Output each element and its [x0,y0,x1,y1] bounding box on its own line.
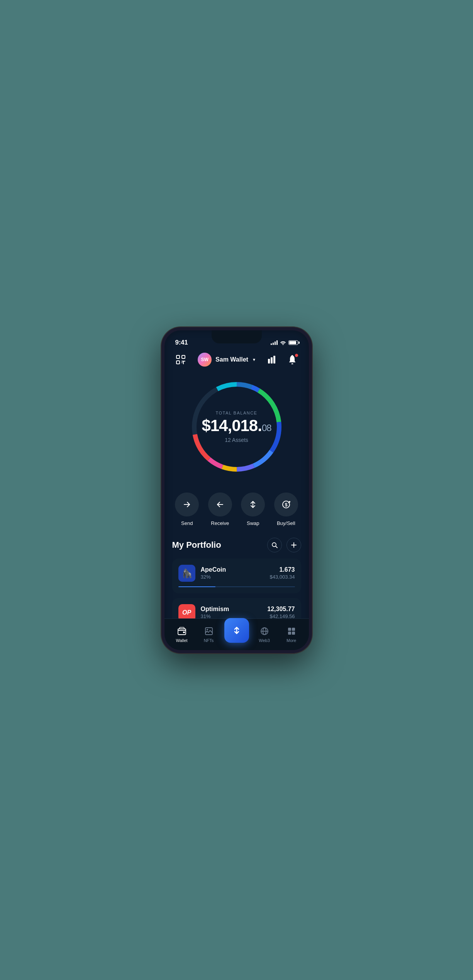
status-icons [271,340,298,345]
svg-line-28 [276,546,277,548]
optimism-amount: 12,305.77 [267,606,295,613]
optimism-icon: OP [178,604,195,618]
receive-button[interactable]: Receive [208,493,232,526]
nav-wallet-label: Wallet [176,638,187,643]
svg-point-36 [207,629,208,630]
apecoin-percent: 32% [201,574,264,580]
balance-section: TOTAL BALANCE $14,018.08 12 Assets [164,373,309,485]
chevron-down-icon: ▾ [253,357,255,362]
donut-chart: TOTAL BALANCE $14,018.08 12 Assets [186,377,287,477]
svg-rect-0 [176,355,180,358]
avatar: SW [198,353,212,367]
app-header: SW Sam Wallet ▾ [164,350,309,373]
svg-rect-42 [292,628,295,631]
swap-label: Swap [247,520,259,526]
svg-rect-6 [268,359,270,363]
user-name: Sam Wallet [215,356,248,363]
portfolio-title: My Portfolio [172,540,221,550]
balance-assets: 12 Assets [202,437,271,443]
asset-row: 🦍 ApeCoin 32% 1.673 $43,003.34 [178,565,295,582]
apecoin-progress-bar [178,586,295,587]
optimism-percent: 31% [201,613,262,618]
nav-nfts[interactable]: NFTs [197,626,220,643]
svg-rect-35 [205,628,212,635]
svg-rect-2 [176,361,180,364]
chart-button[interactable] [265,353,279,367]
balance-label: TOTAL BALANCE [202,411,271,415]
nav-more[interactable]: More [280,626,303,643]
optimism-usd: $42,149.56 [267,613,295,618]
wifi-icon [280,340,286,345]
svg-rect-7 [271,357,273,363]
optimism-values: 12,305.77 $42,149.56 [267,606,295,618]
send-button[interactable]: Send [175,493,199,526]
buysell-label: Buy/Sell [277,520,295,526]
buysell-button[interactable]: $ Buy/Sell [274,493,298,526]
nfts-icon [203,626,214,637]
apecoin-amount: 1.673 [270,566,295,573]
optimism-details: Optimism 31% [201,606,262,618]
nav-center-button[interactable] [224,618,249,643]
battery-icon [288,340,298,345]
portfolio-section: My Portfolio [164,530,309,618]
apecoin-progress-fill [178,586,216,587]
balance-amount: $14,018.08 [202,418,271,434]
scan-button[interactable] [174,353,188,367]
apecoin-usd: $43,003.34 [270,574,295,580]
asset-card-optimism[interactable]: OP Optimism 31% 12,305.77 $42,149.56 [172,598,301,618]
nav-nfts-label: NFTs [204,638,214,643]
asset-row: OP Optimism 31% 12,305.77 $42,149.56 [178,604,295,618]
svg-text:$: $ [285,502,287,508]
portfolio-add-button[interactable] [287,538,301,552]
svg-rect-34 [183,632,185,633]
portfolio-actions [267,538,301,552]
svg-point-26 [289,501,290,503]
status-time: 9:41 [175,339,188,346]
notification-dot [295,353,298,357]
svg-point-9 [292,363,293,364]
bottom-nav: Wallet NFTs [164,618,309,650]
asset-card-apecoin[interactable]: 🦍 ApeCoin 32% 1.673 $43,003.34 [172,559,301,593]
svg-rect-43 [288,632,291,635]
wallet-icon [176,626,187,637]
optimism-name: Optimism [201,606,262,613]
nav-web3-label: Web3 [259,638,270,643]
send-label: Send [181,520,193,526]
apecoin-values: 1.673 $43,003.34 [270,566,295,580]
apecoin-details: ApeCoin 32% [201,566,264,580]
portfolio-search-button[interactable] [267,538,282,552]
svg-text:🦍: 🦍 [181,568,192,579]
user-menu[interactable]: SW Sam Wallet ▾ [198,353,255,367]
action-buttons: Send Receive [164,485,309,530]
header-actions [265,353,299,367]
apecoin-name: ApeCoin [201,566,264,573]
balance-info: TOTAL BALANCE $14,018.08 12 Assets [202,411,271,443]
notification-button[interactable] [285,353,299,367]
nav-web3[interactable]: Web3 [253,626,276,643]
svg-rect-41 [288,628,291,631]
portfolio-header: My Portfolio [172,538,301,552]
nav-wallet[interactable]: Wallet [170,626,193,643]
svg-rect-8 [273,356,275,363]
nav-more-label: More [287,638,296,643]
swap-button[interactable]: Swap [241,493,265,526]
signal-bars-icon [271,340,278,345]
web3-icon [259,626,270,637]
svg-rect-1 [182,355,185,358]
svg-rect-44 [292,632,295,635]
more-icon [286,626,297,637]
receive-label: Receive [211,520,229,526]
scroll-content[interactable]: SW Sam Wallet ▾ [164,350,309,618]
apecoin-icon: 🦍 [178,565,195,582]
